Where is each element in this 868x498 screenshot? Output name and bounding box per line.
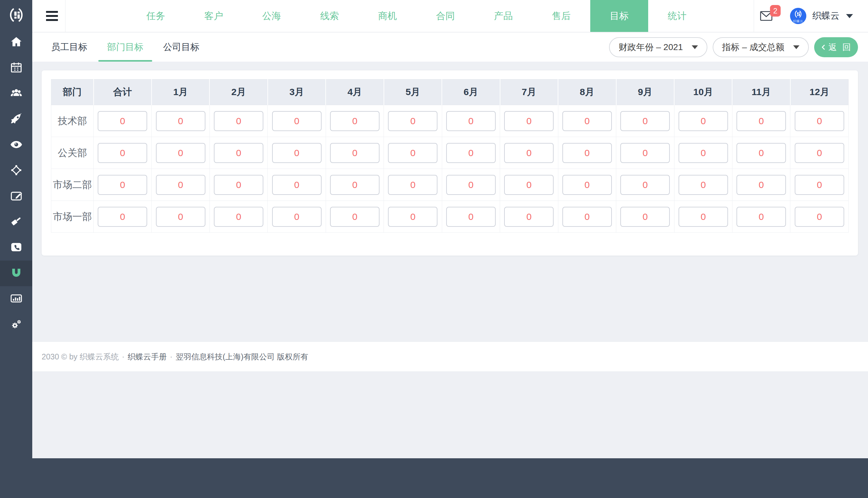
goal-input[interactable]: 0 [330,207,380,227]
goal-input[interactable]: 0 [272,143,322,163]
goal-cell: 0 [209,169,267,201]
sidebar-item-hammer[interactable] [0,209,32,235]
goal-input[interactable]: 0 [679,143,728,163]
goal-input[interactable]: 0 [737,111,786,131]
goal-input[interactable]: 0 [446,207,496,227]
fiscal-year-select[interactable]: 财政年份 – 2021 [609,37,707,57]
goal-input[interactable]: 0 [504,207,553,227]
app-logo-icon [7,6,25,24]
tab-company-goals[interactable]: 公司目标 [154,32,208,62]
sidebar-item-team[interactable] [0,81,32,107]
goal-input[interactable]: 0 [156,111,205,131]
goal-input[interactable]: 0 [330,143,380,163]
goal-input[interactable]: 0 [795,207,844,227]
goal-input[interactable]: 0 [795,143,844,163]
goal-input[interactable]: 0 [214,207,263,227]
goal-input[interactable]: 0 [504,111,553,131]
goal-input[interactable]: 0 [737,175,786,195]
goal-input[interactable]: 0 [562,111,612,131]
goal-input[interactable]: 0 [679,111,728,131]
chart-icon [10,292,23,306]
goal-input[interactable]: 0 [156,143,205,163]
goal-input[interactable]: 0 [446,111,496,131]
goal-input[interactable]: 0 [156,207,205,227]
goal-input[interactable]: 0 [98,143,147,163]
goal-input[interactable]: 0 [388,111,437,131]
back-button[interactable]: 返 回 [814,37,858,57]
nav-item-goals[interactable]: 目标 [590,0,648,32]
goal-input[interactable]: 0 [272,111,322,131]
goal-input[interactable]: 0 [679,207,728,227]
magnet-icon [10,266,23,280]
footer-manual-link[interactable]: 织蝶云手册 [128,352,167,362]
goal-input[interactable]: 0 [388,175,437,195]
sidebar-item-eye[interactable] [0,132,32,158]
footer-company-link[interactable]: 翌羽信息科技(上海)有限公司 版权所有 [176,352,308,362]
goal-input[interactable]: 0 [98,175,147,195]
table-row: 公关部0000000000000 [51,137,848,169]
goal-input[interactable]: 0 [620,143,670,163]
goal-input[interactable]: 0 [214,111,263,131]
app-logo[interactable] [0,0,32,30]
goal-input[interactable]: 0 [98,207,147,227]
sidebar-item-chart[interactable] [0,286,32,312]
goal-input[interactable]: 0 [446,175,496,195]
goal-input[interactable]: 0 [388,207,437,227]
nav-item-products[interactable]: 产品 [474,0,532,32]
menu-toggle-button[interactable] [46,11,58,21]
metric-select[interactable]: 指标 – 成交总额 [713,37,809,57]
goal-input[interactable]: 0 [214,143,263,163]
goal-input[interactable]: 0 [272,207,322,227]
home-icon [10,35,23,50]
sidebar-item-magnet[interactable] [0,261,32,286]
goal-input[interactable]: 0 [737,207,786,227]
nav-item-tasks[interactable]: 任务 [127,0,185,32]
nav-item-customers[interactable]: 客户 [185,0,243,32]
goal-input[interactable]: 0 [156,175,205,195]
goal-input[interactable]: 0 [98,111,147,131]
goal-input[interactable]: 0 [795,175,844,195]
goal-input[interactable]: 0 [330,111,380,131]
nav-item-opportunities[interactable]: 商机 [359,0,417,32]
goal-input[interactable]: 0 [620,175,670,195]
sidebar-item-edit[interactable] [0,184,32,209]
nav-item-statistics[interactable]: 统计 [648,0,706,32]
sidebar-item-settings[interactable] [0,312,32,338]
sidebar-item-nodes[interactable] [0,158,32,184]
divider [754,0,754,32]
goal-input[interactable]: 0 [446,143,496,163]
goal-cell: 0 [442,169,500,201]
goal-input[interactable]: 0 [214,175,263,195]
divider [65,0,65,32]
goal-input[interactable]: 0 [562,207,612,227]
nav-item-contracts[interactable]: 合同 [417,0,474,32]
tab-employee-goals[interactable]: 员工目标 [42,32,96,62]
goal-input[interactable]: 0 [330,175,380,195]
goal-cell: 0 [209,137,267,169]
goal-cell: 0 [732,169,790,201]
goal-input[interactable]: 0 [679,175,728,195]
goal-input[interactable]: 0 [562,143,612,163]
nav-item-open-sea[interactable]: 公海 [243,0,301,32]
sidebar-item-phone[interactable] [0,235,32,261]
nav-item-after-sales[interactable]: 售后 [532,0,590,32]
chevron-down-icon[interactable] [846,14,853,18]
goal-input[interactable]: 0 [620,207,670,227]
goal-input[interactable]: 0 [620,111,670,131]
sidebar-item-home[interactable] [0,30,32,55]
goal-input[interactable]: 0 [388,143,437,163]
avatar[interactable]: 织蝶云 [790,8,806,24]
goal-input[interactable]: 0 [562,175,612,195]
goal-input[interactable]: 0 [737,143,786,163]
goal-input[interactable]: 0 [504,175,553,195]
sidebar-item-rocket[interactable] [0,107,32,132]
username[interactable]: 织蝶云 [812,10,840,22]
tab-department-goals[interactable]: 部门目标 [98,32,152,62]
goal-input[interactable]: 0 [795,111,844,131]
logo-icon [793,9,803,19]
sidebar-item-calendar[interactable] [0,55,32,81]
notifications-button[interactable]: 2 [760,11,773,21]
nav-item-leads[interactable]: 线索 [301,0,359,32]
goal-input[interactable]: 0 [504,143,553,163]
goal-input[interactable]: 0 [272,175,322,195]
